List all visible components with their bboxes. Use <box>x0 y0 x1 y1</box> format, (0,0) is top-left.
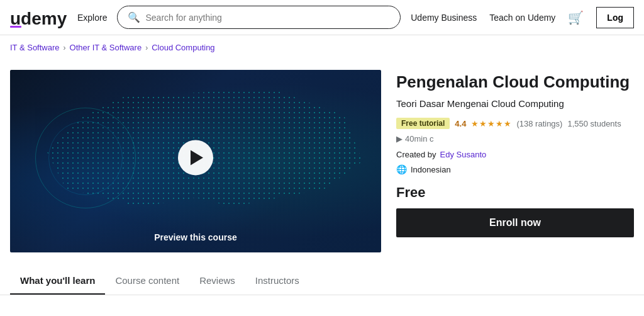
breadcrumb: IT & Software › Other IT & Software › Cl… <box>0 35 644 60</box>
price-label: Free <box>396 184 634 201</box>
udemy-business-link[interactable]: Udemy Business <box>411 13 477 23</box>
enroll-button[interactable]: Enroll now <box>396 208 634 237</box>
language-label: Indonesian <box>411 165 451 174</box>
search-bar: 🔍 <box>117 6 401 29</box>
star-2: ★ <box>479 119 487 128</box>
udemy-logo[interactable]: udemy <box>10 7 67 28</box>
star-4: ★ <box>496 119 503 128</box>
star-rating: ★ ★ ★ ★ ★ <box>471 119 511 128</box>
duration-icon: ▶ <box>396 134 402 144</box>
duration-meta: ▶ 40min c <box>396 134 434 144</box>
svg-text:udemy: udemy <box>10 9 67 28</box>
play-button[interactable] <box>178 140 213 175</box>
breadcrumb-it-software[interactable]: IT & Software <box>10 43 60 52</box>
course-meta: Free tutorial 4.4 ★ ★ ★ ★ ★ (138 ratings… <box>396 118 634 144</box>
login-button[interactable]: Log <box>596 7 634 28</box>
globe-icon: 🌐 <box>396 164 407 174</box>
header: udemy Explore 🔍 Udemy Business Teach on … <box>0 0 644 35</box>
breadcrumb-separator-2: › <box>145 43 148 52</box>
tab-course-content[interactable]: Course content <box>105 268 189 295</box>
language-row: 🌐 Indonesian <box>396 164 634 174</box>
created-by-label: Created by <box>396 150 436 159</box>
duration-value: 40min c <box>405 134 434 144</box>
star-1: ★ <box>471 119 479 128</box>
breadcrumb-cloud-computing[interactable]: Cloud Computing <box>152 43 214 52</box>
course-subtitle: Teori Dasar Mengenai Cloud Computing <box>396 98 634 109</box>
search-input[interactable] <box>145 13 390 23</box>
tabs-bar: What you'll learn Course content Reviews… <box>0 268 644 295</box>
logo-area: udemy Explore <box>10 7 107 28</box>
explore-button[interactable]: Explore <box>77 13 107 23</box>
course-title: Pengenalan Cloud Computing <box>396 72 634 92</box>
ratings-count: (138 ratings) <box>516 119 562 128</box>
cart-icon[interactable]: 🛒 <box>568 10 584 25</box>
teach-on-udemy-link[interactable]: Teach on Udemy <box>489 13 555 23</box>
geo-shape-graphic <box>35 108 136 208</box>
preview-label: Preview this course <box>154 232 237 242</box>
tab-instructors[interactable]: Instructors <box>245 268 309 295</box>
play-triangle-icon <box>191 150 203 165</box>
creator-link[interactable]: Edy Susanto <box>440 150 487 159</box>
breadcrumb-other-it[interactable]: Other IT & Software <box>70 43 142 52</box>
video-preview[interactable]: Preview this course <box>10 70 381 252</box>
rating-number: 4.4 <box>455 119 466 128</box>
course-info: Pengenalan Cloud Computing Teori Dasar M… <box>396 70 634 252</box>
header-right: Udemy Business Teach on Udemy 🛒 Log <box>411 7 634 28</box>
creator-row: Created by Edy Susanto <box>396 150 634 159</box>
star-half: ★ <box>504 119 511 128</box>
tab-what-youll-learn[interactable]: What you'll learn <box>10 268 105 295</box>
breadcrumb-separator-1: › <box>64 43 66 52</box>
svg-rect-1 <box>10 26 21 28</box>
tab-reviews[interactable]: Reviews <box>189 268 245 295</box>
star-3: ★ <box>487 119 495 128</box>
search-icon: 🔍 <box>128 11 140 23</box>
student-count: 1,550 students <box>567 119 621 128</box>
free-badge: Free tutorial <box>396 118 450 129</box>
main-content: Preview this course Pengenalan Cloud Com… <box>0 60 644 252</box>
